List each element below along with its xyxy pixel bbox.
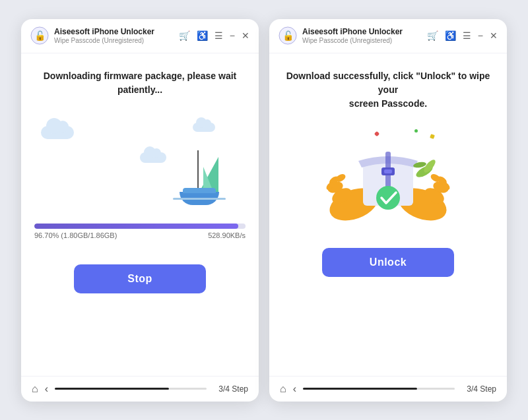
svg-text:🔓: 🔓 <box>34 30 46 42</box>
app-subtitle-right: Wipe Passcode (Unregistered) <box>302 37 427 44</box>
svg-point-20 <box>376 186 400 210</box>
progress-line-empty-left <box>169 388 207 390</box>
progress-labels: 96.70% (1.80GB/1.86GB) 528.90KB/s <box>34 231 246 239</box>
water-line <box>173 198 226 200</box>
sailboat <box>173 146 226 205</box>
menu-icon-right[interactable]: ☰ <box>463 30 471 41</box>
unlock-button[interactable]: Unlock <box>322 248 454 277</box>
left-window: 🔓 Aiseesoft iPhone Unlocker Wipe Passcod… <box>21 19 259 402</box>
home-icon-right[interactable]: ⌂ <box>280 383 286 395</box>
step-text-left: 3/4 Step <box>218 384 248 394</box>
right-bottombar: ⌂ ‹ 3/4 Step <box>269 376 507 402</box>
person-icon[interactable]: ♿ <box>197 30 208 41</box>
left-illustration <box>34 113 246 218</box>
back-icon-right[interactable]: ‹ <box>293 383 296 395</box>
progress-line-filled-left <box>55 388 169 390</box>
menu-icon[interactable]: ☰ <box>214 30 223 41</box>
close-icon-right[interactable]: ✕ <box>490 30 498 41</box>
titlebar-right: 🔓 Aiseesoft iPhone Unlocker Wipe Passcod… <box>269 19 507 53</box>
cart-icon-right[interactable]: 🛒 <box>427 30 438 41</box>
right-window: 🔓 Aiseesoft iPhone Unlocker Wipe Passcod… <box>269 19 507 402</box>
cloud-2 <box>140 152 166 163</box>
titlebar-actions-left: 🛒 ♿ ☰ − ✕ <box>179 30 249 41</box>
progress-bar-bg <box>34 224 246 229</box>
progress-line-right <box>303 388 455 390</box>
success-svg <box>322 127 454 232</box>
app-title-right: Aiseesoft iPhone Unlocker <box>302 27 427 38</box>
progress-line-left <box>55 388 207 390</box>
titlebar-actions-right: 🛒 ♿ ☰ − ✕ <box>427 30 498 41</box>
app-title-left: Aiseesoft iPhone Unlocker <box>54 27 179 38</box>
left-content: Downloading firmware package, please wai… <box>21 53 259 376</box>
progress-bar-fill <box>34 224 238 229</box>
minimize-icon[interactable]: − <box>230 30 235 41</box>
confetti-green <box>414 129 418 133</box>
left-bottombar: ⌂ ‹ 3/4 Step <box>21 376 259 402</box>
stop-button[interactable]: Stop <box>74 264 206 293</box>
app-logo-right: 🔓 <box>279 26 297 45</box>
progress-container: 96.70% (1.80GB/1.86GB) 528.90KB/s <box>34 224 246 239</box>
app-subtitle-left: Wipe Passcode (Unregistered) <box>54 37 179 44</box>
person-icon-right[interactable]: ♿ <box>445 30 456 41</box>
home-icon-left[interactable]: ⌂ <box>32 383 38 395</box>
progress-percent-label: 96.70% (1.80GB/1.86GB) <box>34 231 117 239</box>
left-status-text: Downloading firmware package, please wai… <box>44 69 237 97</box>
cloud-1 <box>41 126 74 139</box>
progress-line-empty-right <box>417 388 455 390</box>
cart-icon[interactable]: 🛒 <box>179 30 190 41</box>
cloud-3 <box>193 123 215 132</box>
back-icon-left[interactable]: ‹ <box>45 383 48 395</box>
titlebar-text-left: Aiseesoft iPhone Unlocker Wipe Passcode … <box>54 27 179 45</box>
titlebar-text-right: Aiseesoft iPhone Unlocker Wipe Passcode … <box>302 27 427 45</box>
success-illustration <box>322 127 454 232</box>
svg-text:🔓: 🔓 <box>282 30 294 42</box>
right-status-text: Download successfully, click "Unlock" to… <box>282 69 494 111</box>
speed-label: 528.90KB/s <box>208 231 246 239</box>
right-content: Download successfully, click "Unlock" to… <box>269 53 507 376</box>
progress-line-filled-right <box>303 388 417 390</box>
close-icon-left[interactable]: ✕ <box>242 30 249 41</box>
app-logo-left: 🔓 <box>30 26 49 45</box>
svg-rect-19 <box>384 169 392 173</box>
minimize-icon-right[interactable]: − <box>478 30 483 41</box>
step-text-right: 3/4 Step <box>467 384 496 394</box>
titlebar-left: 🔓 Aiseesoft iPhone Unlocker Wipe Passcod… <box>21 19 259 53</box>
